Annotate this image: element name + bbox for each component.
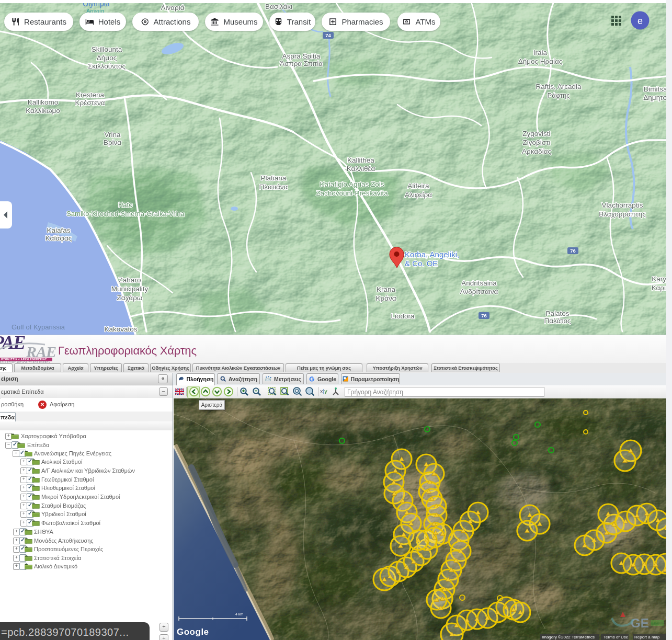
svg-text:Vlachorraptis: Vlachorraptis: [602, 201, 643, 209]
svg-text:Report a map: Report a map: [634, 635, 660, 639]
svg-text:Andritsaina: Andritsaina: [461, 279, 497, 287]
svg-text:GE: GE: [631, 616, 649, 630]
svg-text:& Co. OE: & Co. OE: [405, 259, 438, 268]
svg-text:Aspra Spitia: Aspra Spitia: [282, 52, 321, 60]
svg-text:Gulf of Kyparissia: Gulf of Kyparissia: [12, 323, 65, 331]
svg-text:Πλατιάνα: Πλατιάνα: [259, 183, 288, 191]
svg-text:Λιναριά: Λιναριά: [161, 4, 184, 12]
svg-text:Samiko-Xirochori-Smerna-Graika: Samiko-Xirochori-Smerna-Graika-Vrina: [66, 210, 185, 218]
svg-text:Palatos: Palatos: [545, 310, 569, 317]
svg-text:Παλάτος: Παλάτος: [544, 317, 571, 325]
svg-text:4 km: 4 km: [235, 612, 243, 616]
svg-text:ΕΕΛ: ΕΕΛ: [651, 622, 658, 625]
svg-text:Βρίνα: Βρίνα: [104, 139, 121, 146]
svg-text:Kallikomo: Kallikomo: [28, 98, 59, 106]
svg-text:Κρέστενα: Κρέστενα: [75, 99, 105, 107]
svg-text:Καϊάφας: Καϊάφας: [45, 234, 72, 242]
svg-text:Katafigio Agrias Zois: Katafigio Agrias Zois: [320, 180, 384, 188]
svg-text:74: 74: [325, 32, 331, 38]
svg-text:Krestena: Krestena: [76, 91, 105, 99]
svg-text:Καριτ: Καριτ: [652, 284, 666, 292]
svg-text:Αλιφείρα: Αλιφείρα: [405, 191, 432, 199]
svg-text:Kato: Kato: [118, 201, 133, 209]
svg-text:Kakovatos: Kakovatos: [104, 325, 137, 333]
svg-text:Zachovouni-Preskavita: Zachovouni-Preskavita: [316, 189, 388, 197]
svg-text:Vrina: Vrina: [104, 131, 121, 139]
svg-text:Βασιλάκι: Βασιλάκι: [265, 3, 292, 10]
svg-text:Ράφτης: Ράφτης: [547, 92, 570, 99]
svg-text:Google: Google: [177, 627, 209, 637]
svg-text:Δήμος: Δήμος: [97, 54, 117, 62]
svg-text:Korba, Angeliki,: Korba, Angeliki,: [405, 250, 459, 259]
svg-text:Zygovisti: Zygovisti: [522, 130, 550, 138]
svg-text:Ζιγοβίστι: Ζιγοβίστι: [523, 139, 551, 146]
svg-text:Alifeira: Alifeira: [407, 182, 429, 190]
svg-text:Municipality: Municipality: [111, 285, 149, 293]
svg-text:Platiana: Platiana: [261, 174, 287, 182]
svg-text:Αρκαδίας: Αρκαδίας: [522, 147, 551, 155]
svg-text:Iraia: Iraia: [533, 49, 548, 56]
svg-text:76: 76: [481, 313, 487, 318]
svg-text:Ανδρίτσαινα: Ανδρίτσαινα: [460, 288, 498, 295]
svg-text:Raftis, Arcadia: Raftis, Arcadia: [536, 83, 582, 90]
svg-text:Terms of Use: Terms of Use: [603, 635, 629, 639]
svg-text:Skillounta: Skillounta: [92, 45, 122, 53]
svg-text:Δημητσ: Δημητσ: [643, 94, 666, 101]
svg-text:Karyt: Karyt: [652, 275, 666, 283]
svg-text:e: e: [637, 16, 643, 26]
svg-text:Kallithea: Kallithea: [347, 156, 374, 164]
svg-text:Κράνα: Κράνα: [375, 294, 396, 302]
svg-text:Δήμος Ηραίας: Δήμος Ηραίας: [518, 58, 563, 65]
svg-text:Dimitsa: Dimitsa: [643, 85, 666, 93]
svg-text:Kaiafas: Kaiafas: [47, 226, 70, 234]
svg-text:Σκιλλούντος: Σκιλλούντος: [88, 62, 126, 70]
svg-text:Liodora: Liodora: [391, 312, 415, 320]
svg-text:Ζαχάρω: Ζαχάρω: [117, 294, 143, 302]
svg-text:Άσπρα Σπιτία: Άσπρα Σπιτία: [280, 60, 323, 67]
svg-text:Καλλίκωμο: Καλλίκωμο: [26, 107, 60, 115]
svg-text:Καλλιθέα: Καλλιθέα: [347, 165, 375, 173]
svg-text:Imagery ©2022 TerraMetrics: Imagery ©2022 TerraMetrics: [542, 635, 595, 639]
svg-text:76: 76: [570, 248, 576, 254]
svg-text:Krana: Krana: [377, 285, 396, 293]
svg-text:Zaharo: Zaharo: [119, 276, 141, 284]
svg-text:Βλαχορράπτης: Βλαχορράπτης: [599, 210, 646, 218]
